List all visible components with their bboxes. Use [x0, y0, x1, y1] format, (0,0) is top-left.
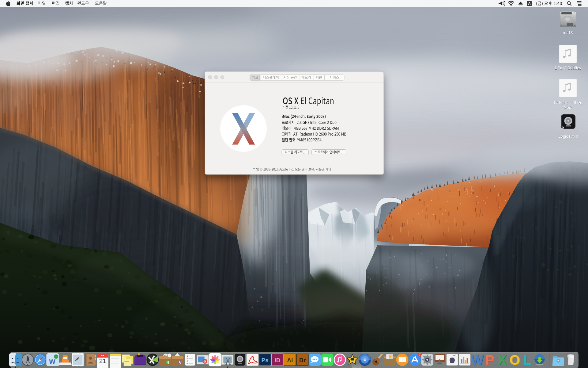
svg-text:X: X	[498, 352, 507, 367]
svg-text:Q: Q	[167, 360, 169, 364]
svg-text:O: O	[509, 352, 520, 367]
svg-text:P: P	[485, 352, 494, 367]
svg-text:7: 7	[419, 353, 421, 357]
svg-text:ID: ID	[274, 357, 280, 363]
svg-text:Q: Q	[179, 360, 182, 364]
svg-text:W: W	[471, 352, 484, 367]
svg-text:21: 21	[99, 357, 106, 364]
svg-text:Br: Br	[299, 357, 306, 363]
svg-text:Ps: Ps	[262, 357, 269, 363]
svg-text:L: L	[523, 352, 531, 367]
svg-text:3D: 3D	[203, 360, 206, 362]
svg-text:Ai: Ai	[287, 357, 293, 363]
